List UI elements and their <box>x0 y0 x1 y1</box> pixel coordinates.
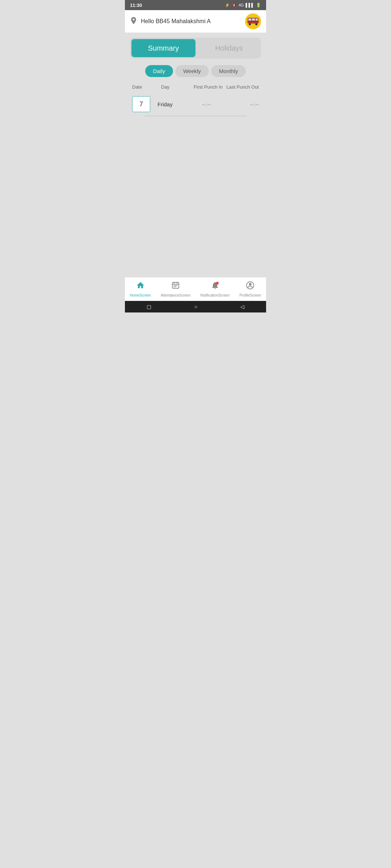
bottom-nav: HomeScreen AttendanceScreen Notification… <box>125 277 266 301</box>
svg-rect-7 <box>247 20 248 21</box>
table-row: 7 Friday --:-- --:-- <box>130 93 261 116</box>
tab-summary[interactable]: Summary <box>131 39 196 57</box>
app-header: Hello BB45 Mahalakshmi A <box>125 10 266 33</box>
nav-attendance[interactable]: AttendanceScreen <box>161 281 190 297</box>
android-circle-btn[interactable]: ○ <box>194 304 197 310</box>
day-value: Friday <box>150 101 186 107</box>
col-header-last-punch: Last Punch Out <box>226 84 259 90</box>
svg-rect-2 <box>252 18 255 21</box>
tab-holidays[interactable]: Holidays <box>197 38 261 59</box>
svg-point-6 <box>255 23 257 25</box>
nav-notification-label: NotificationScreen <box>200 293 230 297</box>
profile-icon <box>246 281 255 292</box>
signal-icon: ▌▌▌ <box>246 3 254 7</box>
main-tab-group: Summary Holidays <box>130 38 261 59</box>
notification-icon <box>211 281 219 292</box>
nav-profile-label: ProfileScreen <box>239 293 261 297</box>
android-back-btn[interactable]: ◁ <box>240 304 244 310</box>
col-header-day: Day <box>154 84 190 90</box>
mute-icon: 🔇 <box>232 3 237 8</box>
status-icons: ⚡ 🔇 4G ▌▌▌ 🔋 <box>225 3 261 8</box>
svg-rect-10 <box>172 284 179 285</box>
nav-attendance-label: AttendanceScreen <box>161 293 190 297</box>
tab-monthly[interactable]: Monthly <box>211 65 246 77</box>
home-icon <box>136 281 145 292</box>
header-greeting: Hello BB45 Mahalakshmi A <box>141 18 211 25</box>
android-nav-bar: ▢ ○ ◁ <box>125 301 266 312</box>
last-punch-value: --:-- <box>226 101 259 107</box>
battery-icon: 🔋 <box>256 3 261 8</box>
col-header-date: Date <box>132 84 154 90</box>
svg-point-5 <box>249 23 251 25</box>
status-time: 11:30 <box>130 3 142 8</box>
sub-tab-group: Daily Weekly Monthly <box>130 65 261 77</box>
svg-rect-1 <box>248 18 251 21</box>
header-left: Hello BB45 Mahalakshmi A <box>130 17 211 26</box>
svg-rect-3 <box>256 18 258 21</box>
svg-point-15 <box>216 282 219 285</box>
svg-rect-12 <box>177 282 177 284</box>
nav-profile[interactable]: ProfileScreen <box>239 281 261 297</box>
svg-point-17 <box>249 283 252 286</box>
nav-notification[interactable]: NotificationScreen <box>200 281 230 297</box>
col-header-first-punch: First Punch In <box>190 84 226 90</box>
main-content: Summary Holidays Daily Weekly Monthly Da… <box>125 33 266 116</box>
svg-rect-11 <box>174 282 175 284</box>
table-header: Date Day First Punch In Last Punch Out <box>130 84 261 93</box>
tab-daily[interactable]: Daily <box>145 65 173 77</box>
svg-rect-14 <box>173 286 176 287</box>
android-square-btn[interactable]: ▢ <box>147 304 151 310</box>
svg-rect-4 <box>247 21 259 22</box>
date-value: 7 <box>132 96 150 112</box>
app-logo <box>245 13 261 29</box>
tab-weekly[interactable]: Weekly <box>175 65 209 77</box>
row-divider <box>144 116 247 116</box>
attendance-icon <box>171 281 180 292</box>
nav-home-label: HomeScreen <box>130 293 151 297</box>
svg-rect-8 <box>258 20 259 21</box>
svg-rect-13 <box>173 285 178 286</box>
bluetooth-icon: ⚡ <box>225 3 230 8</box>
first-punch-value: --:-- <box>186 101 226 107</box>
nav-home[interactable]: HomeScreen <box>130 281 151 297</box>
status-bar: 11:30 ⚡ 🔇 4G ▌▌▌ 🔋 <box>125 0 266 10</box>
location-icon <box>130 17 137 26</box>
network-icon: 4G <box>239 3 244 7</box>
